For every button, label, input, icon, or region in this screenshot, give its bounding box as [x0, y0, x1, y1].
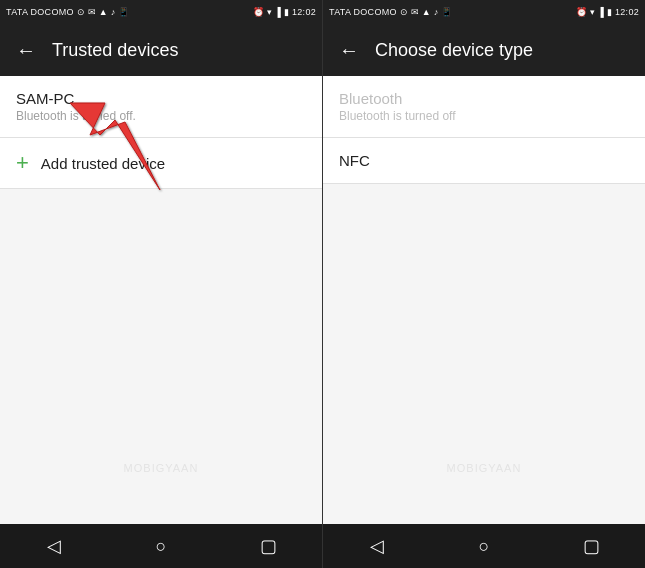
device-item[interactable]: SAM-PC Bluetooth is turned off. — [0, 76, 322, 138]
right-alert-icon: ▲ — [422, 7, 431, 17]
right-back-button[interactable]: ← — [339, 39, 359, 62]
wifi-icon: ▾ — [267, 7, 272, 17]
music-icon: ♪ — [111, 7, 116, 17]
left-content: SAM-PC Bluetooth is turned off. + Add tr… — [0, 76, 322, 524]
bluetooth-subtitle: Bluetooth is turned off — [339, 109, 629, 123]
right-phone-icon: 📱 — [441, 7, 452, 17]
right-time: 12:02 — [615, 7, 639, 17]
clock-icon: ⏰ — [253, 7, 264, 17]
left-recent-nav-button[interactable]: ▢ — [248, 526, 288, 566]
left-back-nav-button[interactable]: ◁ — [34, 526, 74, 566]
right-status-bar: TATA DOCOMO ⊙ ✉ ▲ ♪ 📱 ⏰ ▾ ▐ ▮ 12:02 — [323, 0, 645, 24]
right-screen-title: Choose device type — [375, 40, 533, 61]
signal-icon: ⊙ — [77, 7, 85, 17]
right-carrier: TATA DOCOMO — [329, 7, 397, 17]
right-music-icon: ♪ — [434, 7, 439, 17]
alert-icon: ▲ — [99, 7, 108, 17]
left-carrier: TATA DOCOMO — [6, 7, 74, 17]
bluetooth-option[interactable]: Bluetooth Bluetooth is turned off — [323, 76, 645, 138]
add-device-label: Add trusted device — [41, 155, 165, 172]
right-recent-nav-button[interactable]: ▢ — [571, 526, 611, 566]
global-bottom-nav: ◁ ○ ▢ ◁ ○ ▢ — [0, 524, 645, 568]
left-home-nav-button[interactable]: ○ — [141, 526, 181, 566]
mail-icon: ✉ — [88, 7, 96, 17]
left-time: 12:02 — [292, 7, 316, 17]
battery-icon: ▮ — [284, 7, 289, 17]
right-app-bar: ← Choose device type — [323, 24, 645, 76]
right-clock-icon: ⏰ — [576, 7, 587, 17]
nfc-title: NFC — [339, 152, 629, 169]
left-back-button[interactable]: ← — [16, 39, 36, 62]
right-content: Bluetooth Bluetooth is turned off NFC — [323, 76, 645, 524]
nfc-option[interactable]: NFC — [323, 138, 645, 184]
right-mail-icon: ✉ — [411, 7, 419, 17]
right-bottom-nav: ◁ ○ ▢ — [323, 524, 645, 568]
device-name: SAM-PC — [16, 90, 306, 107]
right-back-nav-button[interactable]: ◁ — [357, 526, 397, 566]
left-bottom-nav: ◁ ○ ▢ — [0, 524, 323, 568]
left-screen: TATA DOCOMO ⊙ ✉ ▲ ♪ 📱 ⏰ ▾ ▐ ▮ 12:02 ← Tr… — [0, 0, 323, 524]
right-battery-icon: ▮ — [607, 7, 612, 17]
right-home-nav-button[interactable]: ○ — [464, 526, 504, 566]
right-signal-bars-icon: ▐ — [598, 7, 604, 17]
add-trusted-device-button[interactable]: + Add trusted device — [0, 138, 322, 189]
bluetooth-title: Bluetooth — [339, 90, 629, 107]
right-signal-icon: ⊙ — [400, 7, 408, 17]
left-status-bar: TATA DOCOMO ⊙ ✉ ▲ ♪ 📱 ⏰ ▾ ▐ ▮ 12:02 — [0, 0, 322, 24]
left-screen-title: Trusted devices — [52, 40, 178, 61]
right-screen: TATA DOCOMO ⊙ ✉ ▲ ♪ 📱 ⏰ ▾ ▐ ▮ 12:02 ← Ch… — [323, 0, 645, 524]
left-app-bar: ← Trusted devices — [0, 24, 322, 76]
device-subtitle: Bluetooth is turned off. — [16, 109, 306, 123]
right-wifi-icon: ▾ — [590, 7, 595, 17]
phone-icon: 📱 — [118, 7, 129, 17]
signal-bars-icon: ▐ — [275, 7, 281, 17]
plus-icon: + — [16, 152, 29, 174]
